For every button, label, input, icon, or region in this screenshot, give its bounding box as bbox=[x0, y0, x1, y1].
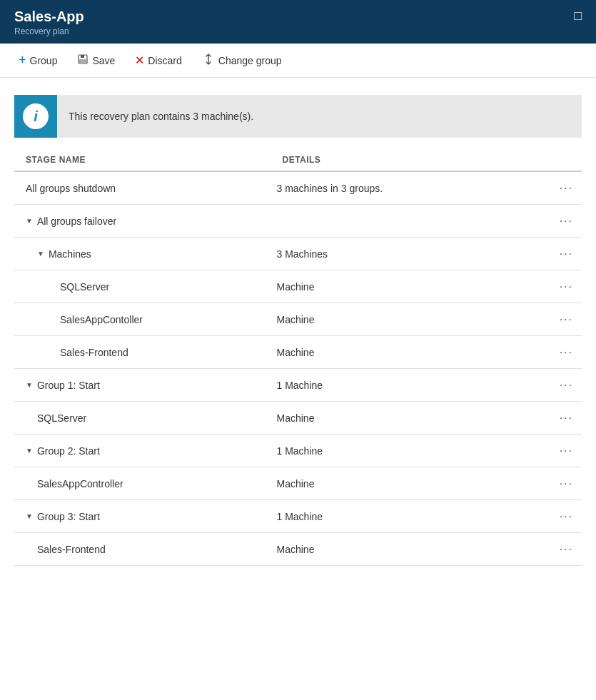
row-actions-button[interactable]: ··· bbox=[539, 445, 582, 457]
details-cell: Machine bbox=[277, 412, 540, 424]
stage-name-text: SQLServer bbox=[60, 281, 109, 293]
stage-name-text: Machines bbox=[49, 248, 91, 260]
app-subtitle: Recovery plan bbox=[14, 26, 84, 36]
stage-name-text: All groups failover bbox=[37, 215, 116, 227]
row-actions-button[interactable]: ··· bbox=[539, 248, 582, 260]
toolbar: + Group Save ✕ Discard Change group bbox=[0, 44, 596, 78]
details-cell: Machine bbox=[277, 347, 540, 358]
details-cell: 3 machines in 3 groups. bbox=[277, 183, 540, 194]
table-header: STAGE NAME DETAILS bbox=[14, 149, 582, 172]
row-actions-button[interactable]: ··· bbox=[539, 346, 582, 359]
save-button[interactable]: Save bbox=[70, 50, 122, 71]
info-text: This recovery plan contains 3 machine(s)… bbox=[57, 111, 265, 122]
table-row: SalesAppContollerMachine··· bbox=[14, 303, 582, 336]
stage-cell: ▼Machines bbox=[14, 248, 277, 260]
details-cell: Machine bbox=[277, 314, 540, 325]
stage-cell: ▼Group 1: Start bbox=[14, 380, 277, 391]
table-row: All groups shutdown3 machines in 3 group… bbox=[14, 172, 582, 205]
table-row: ▼Machines3 Machines··· bbox=[14, 238, 582, 270]
stage-cell: SQLServer bbox=[14, 412, 277, 424]
discard-icon: ✕ bbox=[135, 54, 144, 67]
details-cell: 1 Machine bbox=[277, 511, 540, 522]
stage-cell: SalesAppController bbox=[14, 478, 277, 490]
stage-cell: SQLServer bbox=[14, 281, 277, 293]
stage-name-text: Sales-Frontend bbox=[37, 544, 106, 555]
table-row: ▼Group 1: Start1 Machine··· bbox=[14, 369, 582, 402]
details-cell: Machine bbox=[277, 544, 540, 555]
details-cell: 1 Machine bbox=[277, 380, 540, 391]
row-actions-button[interactable]: ··· bbox=[539, 477, 582, 490]
stage-cell: All groups shutdown bbox=[14, 183, 277, 194]
group-label: Group bbox=[30, 55, 58, 66]
stage-name-text: SalesAppController bbox=[37, 478, 123, 490]
recovery-table: STAGE NAME DETAILS All groups shutdown3 … bbox=[14, 149, 582, 566]
stage-name-text: Group 3: Start bbox=[37, 511, 100, 522]
table-row: SalesAppControllerMachine··· bbox=[14, 467, 582, 500]
svg-rect-1 bbox=[81, 55, 84, 58]
save-label: Save bbox=[92, 55, 115, 66]
info-banner: i This recovery plan contains 3 machine(… bbox=[14, 95, 582, 138]
stage-cell: Sales-Frontend bbox=[14, 544, 277, 555]
svg-rect-2 bbox=[79, 59, 86, 63]
stage-cell: ▼Group 2: Start bbox=[14, 445, 277, 457]
stage-cell: SalesAppContoller bbox=[14, 314, 277, 325]
details-header: DETAILS bbox=[283, 155, 540, 165]
change-group-icon bbox=[202, 53, 215, 68]
save-icon bbox=[77, 54, 89, 67]
table-row: ▼Group 3: Start1 Machine··· bbox=[14, 500, 582, 533]
group-button[interactable]: + Group bbox=[11, 49, 64, 71]
change-group-button[interactable]: Change group bbox=[195, 49, 289, 71]
row-actions-button[interactable]: ··· bbox=[539, 313, 582, 326]
stage-name-text: SalesAppContoller bbox=[60, 314, 143, 325]
stage-cell: ▼All groups failover bbox=[14, 215, 277, 227]
stage-name-text: All groups shutdown bbox=[26, 183, 116, 194]
chevron-down-icon[interactable]: ▼ bbox=[26, 217, 33, 225]
stage-cell: Sales-Frontend bbox=[14, 347, 277, 358]
details-cell: 1 Machine bbox=[277, 445, 540, 457]
add-icon: + bbox=[19, 53, 26, 68]
stage-name-text: Group 1: Start bbox=[37, 380, 100, 391]
row-actions-button[interactable]: ··· bbox=[539, 280, 582, 293]
row-actions-button[interactable]: ··· bbox=[539, 412, 582, 425]
details-cell: Machine bbox=[277, 478, 540, 490]
chevron-down-icon[interactable]: ▼ bbox=[26, 447, 33, 455]
row-actions-button[interactable]: ··· bbox=[539, 510, 582, 523]
change-group-label: Change group bbox=[218, 55, 282, 66]
actions-header bbox=[539, 155, 582, 165]
row-actions-button[interactable]: ··· bbox=[539, 215, 582, 228]
table-row: ▼All groups failover··· bbox=[14, 205, 582, 238]
stage-cell: ▼Group 3: Start bbox=[14, 511, 277, 522]
chevron-down-icon[interactable]: ▼ bbox=[26, 381, 33, 389]
stage-name-text: Sales-Frontend bbox=[60, 347, 128, 358]
table-body: All groups shutdown3 machines in 3 group… bbox=[14, 172, 582, 566]
table-row: Sales-FrontendMachine··· bbox=[14, 336, 582, 369]
stage-name-text: Group 2: Start bbox=[37, 445, 100, 457]
stage-name-header: STAGE NAME bbox=[26, 155, 283, 165]
table-row: SQLServerMachine··· bbox=[14, 270, 582, 303]
table-row: Sales-FrontendMachine··· bbox=[14, 533, 582, 566]
app-header: Sales-App Recovery plan □ bbox=[0, 0, 596, 44]
app-title: Sales-App bbox=[14, 9, 84, 25]
chevron-down-icon[interactable]: ▼ bbox=[37, 250, 44, 258]
row-actions-button[interactable]: ··· bbox=[539, 379, 582, 392]
details-cell: 3 Machines bbox=[277, 248, 540, 260]
table-row: SQLServerMachine··· bbox=[14, 402, 582, 435]
discard-label: Discard bbox=[148, 55, 181, 66]
row-actions-button[interactable]: ··· bbox=[539, 543, 582, 556]
discard-button[interactable]: ✕ Discard bbox=[128, 50, 188, 71]
info-icon-box: i bbox=[14, 95, 57, 138]
table-row: ▼Group 2: Start1 Machine··· bbox=[14, 435, 582, 467]
details-cell: Machine bbox=[277, 281, 540, 293]
row-actions-button[interactable]: ··· bbox=[539, 182, 582, 195]
chevron-down-icon[interactable]: ▼ bbox=[26, 512, 33, 520]
stage-name-text: SQLServer bbox=[37, 412, 86, 424]
info-icon: i bbox=[23, 103, 49, 129]
window-icon[interactable]: □ bbox=[574, 9, 582, 24]
